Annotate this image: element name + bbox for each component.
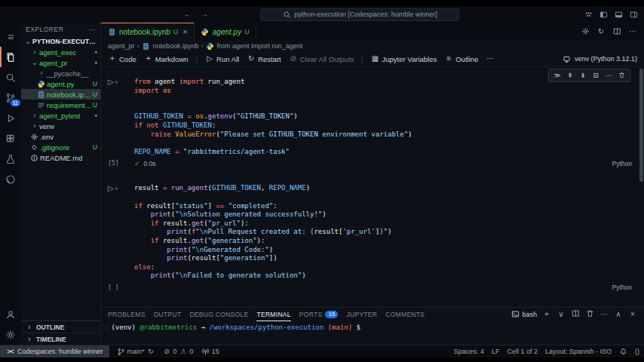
panel-action-split[interactable] [571,309,580,320]
panel-tab-jupyter[interactable]: JUPYTER [346,308,377,321]
tree-item-requirements-[interactable]: requirements....U [21,100,100,110]
activity-settings[interactable] [0,324,21,345]
status-eol[interactable]: LF [492,348,500,355]
nav-forward-icon[interactable]: → [200,10,209,19]
panel-tab-problems[interactable]: PROBLEMS [108,308,146,321]
activity-source-control[interactable]: 11 [0,87,21,108]
status-notifications[interactable] [619,348,627,356]
panel-action-plus[interactable]: + [542,310,551,319]
tree-item-agent-pytest[interactable]: ›agent_pytest● [21,110,100,121]
notebook-cell-1[interactable]: ≫⇞⇟⊟⋯▷∨[5]from agent import run_agentimp… [101,78,644,168]
cell-language[interactable]: Python [612,284,632,291]
close-tab-icon[interactable]: × [182,27,187,36]
tree-item--gitignore[interactable]: .gitignoreU [21,142,100,152]
code-line: print(result["generation"]) [134,254,632,263]
panel-action-close[interactable]: × [628,310,637,319]
command-center-search[interactable]: python-execution [Codespaces: humble win… [260,8,459,21]
status-indentation[interactable]: Spaces: 4 [454,348,484,355]
run-cell-button[interactable]: ▷∨ [108,78,134,86]
code-line: print("\nSolution generated successfully… [134,210,632,219]
nbtoolbar-code[interactable]: +Code [108,54,136,63]
tree-item-agent-exec[interactable]: ›agent_exec● [21,47,100,57]
search-icon [5,72,17,84]
run-row-icon: ≫ [554,72,561,79]
tree-item-venv[interactable]: ›venv [21,121,100,131]
terminal-content[interactable]: ○(venv) @rabbitmetrics → /workspaces/pyt… [101,321,644,345]
nav-back-icon[interactable]: ← [183,10,192,19]
nbtoolbar-restart[interactable]: ↻Restart [247,54,281,63]
nbtoolbar-outline[interactable]: ≡Outline [444,54,478,63]
editor-action-split[interactable] [612,26,621,37]
breadcrumb-segment[interactable]: from agent import run_agent [217,42,303,50]
cell-language[interactable]: Python [612,160,632,167]
status-problems[interactable]: ⊘0⚠0 [163,348,194,356]
panel-action-trash[interactable] [585,309,594,320]
status-git-branch[interactable]: main*↻ [117,348,155,356]
activity-search[interactable] [0,67,21,87]
activity-extensions[interactable] [0,128,21,149]
cell-action-run-row[interactable]: ≫ [554,72,561,80]
section-outline[interactable]: ›OUTLINE [21,321,100,333]
panel-action-chevron-up[interactable]: ∧ [614,310,623,319]
tree-item-python-execution-c-[interactable]: ⌄PYTHON-EXECUTION [C... [21,36,100,47]
breadcrumb-segment[interactable]: notebook.ipynb [153,42,199,50]
cell-action-trash[interactable] [618,71,625,80]
cell-code-editor[interactable]: result = run_agent(GITHUB_TOKEN, REPO_NA… [134,184,632,281]
cell-action-run-above[interactable]: ⇞ [566,72,574,80]
tree-item-agent-pr[interactable]: ⌄agent_pr● [21,57,100,68]
activity-testing[interactable] [0,149,21,169]
editor-action-ellipsis[interactable]: ⋯ [628,27,637,36]
cell-action-run-below[interactable]: ⇟ [579,72,587,80]
activity-github[interactable] [0,169,21,189]
status-brackets[interactable]: () [635,348,639,355]
breadcrumb[interactable]: agent_pr›notebook.ipynb›from agent impor… [101,41,644,51]
panel-tab-ports[interactable]: PORTS15 [299,308,339,321]
panel-tab-output[interactable]: OUTPUT [154,308,182,321]
explorer-more-actions-icon[interactable]: ⋯ [89,26,96,33]
notebook-cell-2[interactable]: ▷∨[ ]result = run_agent(GITHUB_TOKEN, RE… [101,184,644,293]
run-cell-button[interactable]: ▷∨ [108,184,134,192]
panel-action-ellipsis[interactable]: ⋯ [600,310,609,319]
status-ports-status[interactable]: 15 [201,348,219,356]
chevron-down-icon: ∨ [115,186,118,192]
plus-icon: + [542,310,551,319]
section-timeline[interactable]: ›TIMELINE [21,333,100,345]
broadcast-icon [201,348,210,356]
code-line: print("\nFailed to generate solution") [134,272,632,281]
tree-item-agent-py[interactable]: agent.pyU [21,78,100,89]
nbtoolbar-markdown[interactable]: +Markdown [144,54,189,63]
activity-explorer[interactable] [0,47,21,67]
panel-tab-comments[interactable]: COMMENTS [385,308,425,321]
extensions-icon [5,133,17,145]
status-cell-indicator[interactable]: Cell 1 of 2 [507,348,538,355]
panel-tab-terminal[interactable]: TERMINAL [256,308,290,321]
tree-item-readme-md[interactable]: README.md [21,152,100,163]
terminal-shell-picker[interactable]: bash [511,310,537,319]
editor-action-sync[interactable]: ↻ [596,27,606,36]
cell-action-split-cell[interactable]: ⊟ [592,72,600,80]
tree-item--env[interactable]: .env [21,131,100,142]
nbtoolbar-jupyter-variables[interactable]: ▦Jupyter Variables [371,54,437,63]
panel-tab-debug-console[interactable]: DEBUG CONSOLE [189,308,248,321]
tree-item--pycache-[interactable]: ›__pycache__ [21,68,100,78]
nbtoolbar-run-all[interactable]: ▷Run All [205,54,239,63]
panel-action-chev-down[interactable]: ∨ [557,310,566,319]
cell-code-editor[interactable]: from agent import run_agentimport os GIT… [134,78,632,156]
kernel-picker[interactable]: venv (Python 3.12.1) [563,54,637,63]
breadcrumb-segment[interactable]: agent_pr [108,42,135,50]
status-keyboard-layout[interactable]: Layout: Spanish - ISO [545,348,612,355]
github-icon [5,173,17,186]
tree-item-notebook-ipynb[interactable]: notebook.ipynbU [21,89,100,100]
activity-run-debug[interactable] [0,108,21,128]
nbtoolbar-clear-all-outputs[interactable]: ⊘Clear All Outputs [289,54,354,63]
status-remote-indicator[interactable]: ><Codespaces: humble winner [0,345,109,357]
activity-menu[interactable]: ≡ [0,26,21,47]
info-icon [30,153,39,162]
activity-accounts[interactable] [0,304,21,324]
cell-action-ellipsis[interactable]: ⋯ [605,72,612,80]
editor-action-gear[interactable] [581,26,590,37]
tab-agent-py[interactable]: agent.pyU [195,23,256,41]
account-icon [5,308,17,321]
tab-notebook-ipynb[interactable]: notebook.ipynbU× [101,23,195,41]
nbtoolbar-more[interactable]: ⋯ [486,54,495,63]
